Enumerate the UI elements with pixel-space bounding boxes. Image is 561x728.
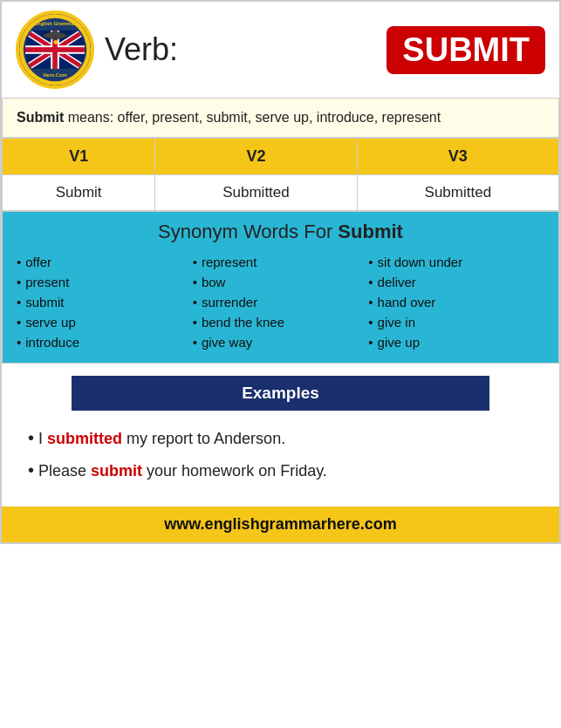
example-item-2: Please submit your homework on Friday. <box>28 460 533 480</box>
v1-value: Submit <box>3 175 155 211</box>
logo-svg: English Grammar Here.Com <box>19 12 91 87</box>
synonym-item: represent <box>193 252 369 272</box>
synonym-item: hand over <box>368 292 544 312</box>
examples-body: I submitted my report to Anderson. Pleas… <box>2 414 559 507</box>
synonym-item: introduce <box>17 332 193 352</box>
svg-point-16 <box>54 40 58 44</box>
footer: www.englishgrammarhere.com <box>2 507 559 542</box>
synonym-item: give in <box>368 312 544 332</box>
synonym-item: offer <box>17 252 193 272</box>
means-section: Submit means: offer, present, submit, se… <box>2 98 559 138</box>
example-text-2: Please submit your homework on Friday. <box>38 462 327 480</box>
synonym-item: deliver <box>368 272 544 292</box>
synonym-col-2: represent bow surrender bend the knee gi… <box>193 252 369 352</box>
example-text-1: I submitted my report to Anderson. <box>38 430 285 448</box>
v2-header: V2 <box>155 139 357 175</box>
example-item-1: I submitted my report to Anderson. <box>28 428 533 448</box>
highlight-submitted: submitted <box>47 430 122 447</box>
synonym-header: Synonym Words For Submit <box>3 212 558 248</box>
title-area: Verb: SUBMIT <box>105 26 545 74</box>
synonym-item: surrender <box>193 292 369 312</box>
synonym-col-1: offer present submit serve up introduce <box>17 252 193 352</box>
header: English Grammar Here.Com Verb: SUBMIT <box>2 2 559 98</box>
v3-header: V3 <box>357 139 558 175</box>
synonym-item: serve up <box>17 312 193 332</box>
verb-label: Verb: <box>105 31 380 68</box>
synonym-item: sit down under <box>368 252 544 272</box>
svg-text:English Grammar: English Grammar <box>34 21 76 26</box>
v3-value: Submitted <box>357 175 558 211</box>
v1-header: V1 <box>3 139 155 175</box>
synonym-col-3: sit down under deliver hand over give in… <box>368 252 544 352</box>
v2-value: Submitted <box>155 175 357 211</box>
highlight-submit: submit <box>91 462 142 480</box>
synonym-section: Synonym Words For Submit offer present s… <box>2 211 559 364</box>
synonym-item: give way <box>193 332 369 352</box>
footer-url: www.englishgrammarhere.com <box>164 515 396 533</box>
synonym-item: bend the knee <box>193 312 369 332</box>
synonym-item: present <box>17 272 193 292</box>
synonym-item: give up <box>368 332 544 352</box>
examples-header-wrapper: Examples <box>2 364 559 414</box>
synonym-title-normal: Synonym Words For <box>158 221 338 242</box>
svg-text:Here.Com: Here.Com <box>43 72 66 78</box>
logo: English Grammar Here.Com <box>16 10 94 89</box>
verb-word: SUBMIT <box>387 26 545 74</box>
synonym-item: submit <box>17 292 193 312</box>
examples-header: Examples <box>72 376 489 411</box>
synonym-columns: offer present submit serve up introduce … <box>3 248 558 363</box>
synonym-item: bow <box>193 272 369 292</box>
means-bold: Submit <box>17 110 64 125</box>
page-wrapper: English Grammar Here.Com Verb: SUBMIT Su… <box>0 0 561 544</box>
synonym-title-bold: Submit <box>338 221 403 242</box>
verb-forms-table: V1 V2 V3 Submit Submitted Submitted <box>2 138 559 211</box>
means-text: means: offer, present, submit, serve up,… <box>64 110 441 125</box>
